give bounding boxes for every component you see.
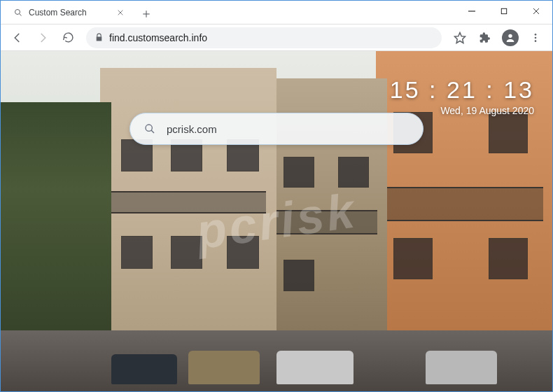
url-text: find.customsearch.info: [109, 32, 207, 43]
search-input[interactable]: [167, 123, 409, 135]
clock-widget: 15 : 21 : 13 Wed, 19 August 2020: [390, 76, 534, 116]
search-icon: [13, 8, 23, 18]
svg-marker-10: [455, 32, 465, 43]
maximize-button[interactable]: [488, 1, 520, 22]
tab-title: Custom Search: [29, 8, 115, 18]
browser-tab[interactable]: Custom Search: [6, 1, 132, 24]
svg-point-13: [535, 36, 537, 38]
close-tab-icon[interactable]: [115, 8, 125, 18]
close-window-button[interactable]: [520, 1, 552, 22]
new-tab-button[interactable]: [136, 4, 156, 24]
bookmark-star-icon[interactable]: [449, 27, 471, 49]
address-bar[interactable]: find.customsearch.info: [86, 27, 442, 48]
svg-point-12: [535, 34, 537, 36]
extensions-icon[interactable]: [474, 27, 496, 49]
svg-point-15: [146, 125, 152, 131]
svg-rect-7: [501, 8, 507, 14]
svg-line-16: [151, 130, 154, 133]
window-controls: [456, 1, 552, 22]
page-content: 15 : 21 : 13 Wed, 19 August 2020 pcrisk: [1, 51, 552, 391]
titlebar: Custom Search: [1, 1, 552, 24]
svg-point-0: [15, 10, 20, 15]
svg-point-11: [508, 34, 512, 37]
lock-icon: [94, 33, 104, 42]
reload-button[interactable]: [57, 27, 79, 49]
forward-button[interactable]: [31, 27, 54, 49]
profile-avatar[interactable]: [499, 27, 522, 49]
back-button[interactable]: [6, 27, 29, 49]
avatar-icon: [502, 29, 519, 46]
search-bar[interactable]: [130, 113, 424, 145]
svg-line-1: [20, 14, 22, 16]
toolbar: find.customsearch.info: [1, 24, 552, 51]
menu-button[interactable]: [524, 27, 547, 49]
search-container: [130, 113, 424, 145]
browser-window: Custom Search: [0, 0, 553, 392]
minimize-button[interactable]: [456, 1, 488, 22]
search-icon: [144, 123, 155, 134]
clock-time: 15 : 21 : 13: [390, 76, 534, 104]
svg-point-14: [535, 40, 537, 42]
